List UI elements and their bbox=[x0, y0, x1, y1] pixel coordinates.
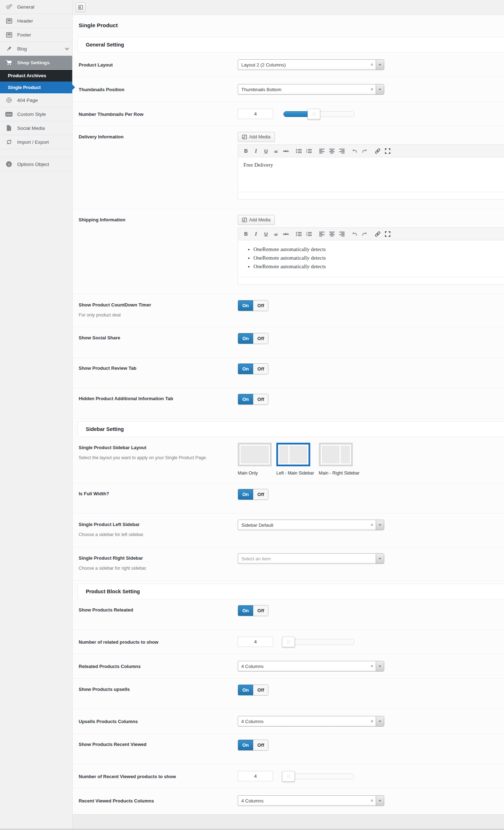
sidebar-item-404-page[interactable]: 404 Page bbox=[0, 93, 72, 107]
sidebar-item-product-archives[interactable]: Product Archives bbox=[0, 70, 72, 82]
clear-selection-icon[interactable]: × bbox=[368, 719, 376, 724]
sidebar-item-blog[interactable]: Blog bbox=[0, 42, 72, 56]
sidebar-item-options-object[interactable]: i Options Object bbox=[0, 157, 72, 171]
blockquote-button[interactable]: “ bbox=[271, 230, 281, 238]
redo-button[interactable] bbox=[360, 230, 369, 238]
redo-button[interactable] bbox=[360, 147, 369, 155]
bullet-list-button[interactable] bbox=[294, 230, 303, 238]
toggle-off-button[interactable]: Off bbox=[253, 489, 268, 500]
gears-icon bbox=[5, 4, 13, 10]
toggle-off-button[interactable]: Off bbox=[253, 605, 268, 616]
align-left-button[interactable] bbox=[317, 230, 326, 238]
numbered-list-button[interactable]: 123 bbox=[304, 147, 313, 155]
product-layout-select[interactable]: Layout 2 (2 Columns) × bbox=[238, 59, 384, 70]
shipping-editor-content[interactable]: OneRemote automatically detects OneRemot… bbox=[238, 240, 504, 277]
sidebar-item-general[interactable]: General bbox=[0, 0, 72, 14]
clear-selection-icon[interactable]: × bbox=[368, 522, 376, 527]
undo-button[interactable] bbox=[350, 230, 359, 238]
align-center-button[interactable] bbox=[327, 147, 336, 155]
slider-handle[interactable] bbox=[282, 771, 295, 781]
field-label: Product Layout bbox=[79, 62, 229, 68]
clear-selection-icon[interactable]: × bbox=[368, 798, 376, 803]
sidebar-item-shop-settings[interactable]: Shop Settings bbox=[0, 56, 72, 70]
toggle-off-button[interactable]: Off bbox=[253, 364, 268, 374]
recent-number-slider[interactable] bbox=[283, 773, 355, 779]
bold-button[interactable]: B bbox=[241, 230, 251, 238]
sidebar-item-single-product[interactable]: Single Product bbox=[0, 82, 72, 93]
align-right-button[interactable] bbox=[337, 230, 346, 238]
align-center-button[interactable] bbox=[327, 230, 336, 238]
clear-selection-icon[interactable]: × bbox=[368, 62, 376, 67]
blockquote-button[interactable]: “ bbox=[271, 147, 281, 155]
thumbnails-per-row-slider[interactable] bbox=[283, 111, 355, 117]
dropdown-arrow-icon[interactable] bbox=[376, 60, 384, 70]
layout-option-main-right[interactable]: Main - Right Sidebar bbox=[319, 443, 360, 476]
layout-option-left-main[interactable]: Left - Main Sidebar bbox=[276, 443, 314, 476]
toggle-off-button[interactable]: Off bbox=[253, 740, 268, 750]
dropdown-arrow-icon[interactable] bbox=[376, 520, 384, 530]
slider-handle[interactable] bbox=[282, 637, 295, 647]
svg-text:3: 3 bbox=[306, 234, 307, 236]
add-media-button[interactable]: Add Media bbox=[238, 132, 275, 142]
underline-button[interactable]: U bbox=[261, 230, 271, 238]
recent-number-input[interactable] bbox=[238, 771, 273, 781]
align-left-button[interactable] bbox=[317, 147, 326, 155]
row-show-review-tab: Show Product Review Tab On Off bbox=[73, 358, 504, 388]
dropdown-arrow-icon[interactable] bbox=[376, 716, 384, 726]
clear-selection-icon[interactable]: × bbox=[368, 87, 376, 92]
undo-button[interactable] bbox=[350, 147, 359, 155]
thumbnails-per-row-input[interactable] bbox=[238, 109, 273, 119]
toggle-off-button[interactable]: Off bbox=[253, 300, 268, 311]
toggle-on-button[interactable]: On bbox=[238, 740, 253, 750]
fullscreen-button[interactable] bbox=[383, 230, 392, 238]
related-number-input[interactable] bbox=[238, 637, 273, 647]
toggle-off-button[interactable]: Off bbox=[253, 685, 268, 695]
bullet-list-button[interactable] bbox=[294, 147, 303, 155]
toggle-on-button[interactable]: On bbox=[238, 333, 253, 344]
toggle-on-button[interactable]: On bbox=[238, 489, 253, 500]
dropdown-arrow-icon[interactable] bbox=[376, 554, 384, 564]
delivery-editor-content[interactable]: Free Delivery bbox=[238, 157, 504, 192]
slider-handle[interactable] bbox=[308, 109, 320, 119]
link-button[interactable] bbox=[373, 147, 382, 155]
related-number-slider[interactable] bbox=[283, 639, 355, 645]
strikethrough-button[interactable]: ABC bbox=[281, 230, 291, 238]
dropdown-arrow-icon[interactable] bbox=[376, 84, 384, 94]
upsells-columns-select[interactable]: 4 Columns × bbox=[238, 716, 384, 727]
italic-button[interactable]: I bbox=[251, 230, 261, 238]
toggle-off-button[interactable]: Off bbox=[253, 333, 268, 344]
editor-status-bar bbox=[238, 277, 504, 284]
italic-button[interactable]: I bbox=[251, 147, 261, 155]
sidebar-item-custom-style[interactable]: css Custom Style bbox=[0, 107, 72, 121]
link-button[interactable] bbox=[373, 230, 382, 238]
toggle-off-button[interactable]: Off bbox=[253, 394, 268, 404]
bold-button[interactable]: B bbox=[241, 147, 251, 155]
row-related-number: Number of related products to show bbox=[73, 630, 504, 654]
toggle-on-button[interactable]: On bbox=[238, 685, 253, 695]
add-media-button[interactable]: Add Media bbox=[238, 215, 275, 225]
right-sidebar-select[interactable]: Select an item bbox=[238, 553, 384, 564]
related-columns-select[interactable]: 4 Columns × bbox=[238, 661, 384, 672]
dropdown-arrow-icon[interactable] bbox=[376, 796, 384, 806]
sidebar-item-social-media[interactable]: Social Media bbox=[0, 121, 72, 135]
toggle-on-button[interactable]: On bbox=[238, 605, 253, 616]
fullscreen-button[interactable] bbox=[383, 147, 392, 155]
select-value: 4 Columns bbox=[238, 798, 368, 804]
underline-button[interactable]: U bbox=[261, 147, 271, 155]
align-right-button[interactable] bbox=[337, 147, 346, 155]
numbered-list-button[interactable]: 123 bbox=[304, 230, 313, 238]
dropdown-arrow-icon[interactable] bbox=[376, 661, 384, 671]
sidebar-item-import-export[interactable]: Import / Export bbox=[0, 135, 72, 149]
clear-selection-icon[interactable]: × bbox=[368, 664, 376, 669]
sidebar-item-header[interactable]: Header bbox=[0, 14, 72, 28]
layout-option-main-only[interactable]: Main Only bbox=[238, 443, 272, 476]
recent-columns-select[interactable]: 4 Columns × bbox=[238, 795, 384, 806]
toggle-on-button[interactable]: On bbox=[238, 364, 253, 374]
strikethrough-button[interactable]: ABC bbox=[281, 147, 291, 155]
sidebar-item-footer[interactable]: Footer bbox=[0, 28, 72, 42]
collapse-sidebar-button[interactable] bbox=[76, 3, 85, 12]
toggle-on-button[interactable]: On bbox=[238, 300, 253, 311]
left-sidebar-select[interactable]: Sidebar Default × bbox=[238, 520, 384, 530]
thumbnails-position-select[interactable]: Thumbnails Bottom × bbox=[238, 84, 384, 95]
toggle-on-button[interactable]: On bbox=[238, 394, 253, 404]
